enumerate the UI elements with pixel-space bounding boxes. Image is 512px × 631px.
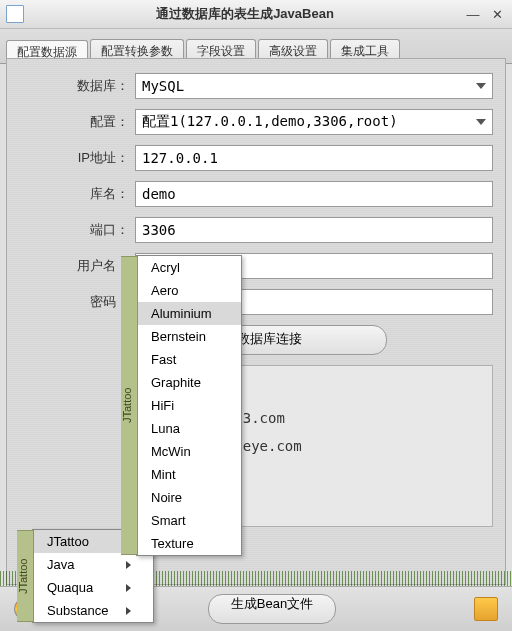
theme-item-texture[interactable]: Texture — [137, 532, 241, 555]
config-combo[interactable]: 配置1(127.0.0.1,demo,3306,root) — [135, 109, 493, 135]
theme-item-luna[interactable]: Luna — [137, 417, 241, 440]
content-panel: 数据库： MySQL 配置： 配置1(127.0.0.1,demo,3306,r… — [6, 58, 506, 585]
theme-item-noire[interactable]: Noire — [137, 486, 241, 509]
theme-item-hifi[interactable]: HiFi — [137, 394, 241, 417]
theme-item-aluminium[interactable]: Aluminium — [137, 302, 241, 325]
ip-input[interactable] — [135, 145, 493, 171]
theme-item-mint[interactable]: Mint — [137, 463, 241, 486]
dbname-input[interactable] — [135, 181, 493, 207]
label-dbname: 库名： — [19, 185, 135, 203]
folder-icon[interactable] — [474, 597, 498, 621]
theme-item-smart[interactable]: Smart — [137, 509, 241, 532]
theme-item-bernstein[interactable]: Bernstein — [137, 325, 241, 348]
database-combo[interactable]: MySQL — [135, 73, 493, 99]
theme-item-fast[interactable]: Fast — [137, 348, 241, 371]
laf-menu-item-quaqua[interactable]: Quaqua — [33, 576, 153, 599]
titlebar: 通过数据库的表生成JavaBean — ✕ — [0, 0, 512, 29]
chevron-down-icon — [476, 83, 486, 89]
submenu-caret-icon — [126, 561, 131, 569]
app-icon — [6, 5, 24, 23]
label-database: 数据库： — [19, 77, 135, 95]
label-port: 端口： — [19, 221, 135, 239]
submenu-caret-icon — [126, 607, 131, 615]
submenu-caret-icon — [126, 584, 131, 592]
close-button[interactable]: ✕ — [488, 7, 506, 21]
laf-menu-item-substance[interactable]: Substance — [33, 599, 153, 622]
label-ip: IP地址： — [19, 149, 135, 167]
theme-item-acryl[interactable]: Acryl — [137, 256, 241, 279]
label-config: 配置： — [19, 113, 135, 131]
theme-item-graphite[interactable]: Graphite — [137, 371, 241, 394]
label-user: 用户名： — [19, 257, 135, 275]
database-value: MySQL — [142, 78, 184, 94]
minimize-button[interactable]: — — [464, 7, 482, 21]
theme-item-mcwin[interactable]: McWin — [137, 440, 241, 463]
port-input[interactable] — [135, 217, 493, 243]
generate-button[interactable]: 生成Bean文件 — [208, 594, 336, 624]
submenu-side-label: JTattoo — [121, 256, 138, 555]
laf-menu-item-java[interactable]: Java — [33, 553, 153, 576]
config-value: 配置1(127.0.0.1,demo,3306,root) — [142, 113, 398, 131]
theme-item-aero[interactable]: Aero — [137, 279, 241, 302]
label-pass: 密码： — [19, 293, 135, 311]
laf-menu-side-label: JTattoo — [17, 530, 34, 622]
jtattoo-submenu[interactable]: JTattoo Acryl Aero Aluminium Bernstein F… — [136, 255, 242, 556]
window-title: 通过数据库的表生成JavaBean — [32, 5, 458, 23]
app-window: 通过数据库的表生成JavaBean — ✕ 配置数据源 配置转换参数 字段设置 … — [0, 0, 512, 631]
chevron-down-icon — [476, 119, 486, 125]
